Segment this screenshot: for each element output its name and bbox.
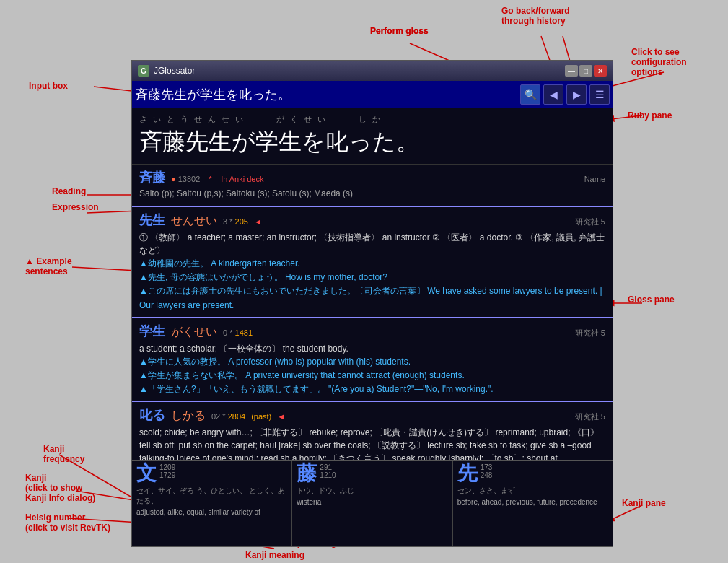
main-content: さいとうせんせい がくせい しか 斉藤先生が学生を叱った。 斉藤 ● 13802… <box>132 108 613 460</box>
freq2-shikaru: 2804 <box>228 412 245 421</box>
gloss-pane-label: Gloss pane <box>628 294 675 305</box>
dict-name-sensei: 研究社 5 <box>575 217 605 227</box>
kanji-num-bot-1: 1210 <box>320 471 336 479</box>
kanji-meaning-label: Kanji meaning <box>245 550 304 560</box>
deinflect-arrow: ◄ <box>277 412 285 421</box>
kanji-num-top-0: 1209 <box>159 463 175 471</box>
anki-star-sensei: ◄ <box>254 217 262 226</box>
kanji-char-1[interactable]: 藤 <box>297 463 317 484</box>
freq-num-sensei: 3 <box>223 217 227 226</box>
kanji-char-label: Kanji(click to showKanji Info dialog) <box>25 473 95 503</box>
kanji-shikaru[interactable]: 叱る <box>139 406 165 424</box>
freq-saitou: ● 13802 <box>171 175 200 183</box>
heisig-label: Heisig number(click to visit RevTK) <box>25 512 110 533</box>
kanji-cell-header-2: 先 173 248 <box>457 463 608 484</box>
example-gakusei-2: ▲学生が集まらない私学。 A private university that c… <box>139 369 605 383</box>
kanji-readings-0: セイ、サイ、ぞろ う、ひとしい、 としく、あたる、 <box>136 486 287 506</box>
expression-label: Expression <box>52 202 99 212</box>
title-bar: G JGlossator — □ ✕ <box>132 61 613 81</box>
example-gakusei-3: ▲「学生さん?」「いえ、もう就職してます」。 "(Are you a) Stud… <box>139 383 605 396</box>
entry-header-saitou: 斉藤 ● 13802 * = In Anki deck Name <box>139 169 605 186</box>
kanji-freq-label: Kanjifrequency <box>43 444 84 464</box>
kanji-char-0[interactable]: 文 <box>136 463 157 484</box>
dict-name-saitou: Name <box>584 175 605 183</box>
entry-header-shikaru: 叱る しかる 02 * 2804 (past) ◄ 研究社 5 <box>139 406 605 424</box>
app-icon: G <box>138 65 149 77</box>
kanji-saitou[interactable]: 斉藤 <box>139 169 165 186</box>
example-gakusei-1: ▲学生に人気の教授。 A professor (who is) popular … <box>139 355 605 369</box>
freq2-sensei: 205 <box>235 217 248 226</box>
kanji-pane: 文 1209 1729 セイ、サイ、ぞろ う、ひとしい、 としく、あたる、 ad… <box>132 460 613 546</box>
kanji-meaning-2: before, ahead, previous, future, precede… <box>457 497 608 507</box>
input-box[interactable] <box>135 87 517 102</box>
definition-shikaru: scold; chide; be angry with…; 〔非難する〕 reb… <box>139 426 605 460</box>
app-window: G JGlossator — □ ✕ 🔍 ◀ ▶ ☰ さいとうせんせい がくせい… <box>131 60 613 547</box>
kanji-numbers-0: 1209 1729 <box>159 463 175 479</box>
kanji-cell-header-1: 藤 291 1210 <box>297 463 447 484</box>
example-sent-label: ▲ Examplesentences <box>25 256 72 276</box>
kanji-gakusei[interactable]: 学生 <box>139 323 165 340</box>
deinflect-shikaru: (past) <box>251 412 271 421</box>
dict-name-shikaru: 研究社 5 <box>575 411 605 422</box>
freq-gakusei: 0 * 1481 <box>223 328 253 337</box>
entry-gakusei: 学生 がくせい 0 * 1481 研究社 5 a student; a scho… <box>132 318 613 403</box>
ruby-main-text: 斉藤先生が学生を叱った。 <box>139 126 605 158</box>
freq2-gakusei: 1481 <box>235 328 253 337</box>
kanji-numbers-2: 173 248 <box>481 463 493 479</box>
entry-shikaru: 叱る しかる 02 * 2804 (past) ◄ 研究社 5 scold; c… <box>132 402 613 460</box>
menu-button[interactable]: ☰ <box>589 84 610 105</box>
forward-button[interactable]: ▶ <box>566 84 587 105</box>
kanji-char-2[interactable]: 先 <box>457 463 478 484</box>
kanji-num-top-2: 173 <box>481 463 493 471</box>
reading-shikaru: しかる <box>171 409 206 424</box>
kanji-numbers-1: 291 1210 <box>320 463 336 479</box>
freq-num-saitou: 13802 <box>178 175 201 183</box>
title-bar-controls: — □ ✕ <box>565 65 607 77</box>
minimize-button[interactable]: — <box>565 65 578 77</box>
reading-sensei: せんせい <box>171 214 217 229</box>
kanji-cell-header-0: 文 1209 1729 <box>136 463 287 484</box>
close-button[interactable]: ✕ <box>594 65 607 77</box>
freq-shikaru: 02 * 2804 <box>211 412 245 421</box>
kanji-num-top-1: 291 <box>320 463 336 471</box>
ruby-pane-label: Ruby pane <box>628 110 672 121</box>
svg-line-13 <box>72 267 137 271</box>
kanji-meaning-1: wisteria <box>297 497 447 507</box>
config-label: Click to seeconfigurationoptions <box>631 47 687 77</box>
ruby-pane: さいとうせんせい がくせい しか 斉藤先生が学生を叱った。 <box>132 108 613 165</box>
search-button[interactable]: 🔍 <box>520 84 540 105</box>
gloss-pane[interactable]: さいとうせんせい がくせい しか 斉藤先生が学生を叱った。 斉藤 ● 13802… <box>132 108 613 460</box>
history-label: Go back/forwardthrough history <box>501 6 570 26</box>
example-sensei-3: ▲この席には弁護士の先生にもおいでいただきました。〔司会者の言葉〕 We hav… <box>139 284 605 312</box>
kanji-cell-1[interactable]: 藤 291 1210 トウ、ドウ、ふじ wisteria <box>292 461 452 546</box>
back-button[interactable]: ◀ <box>543 84 563 105</box>
definition-gakusei: a student; a scholar; 〔一校全体の〕 the studen… <box>139 342 605 355</box>
maximize-button[interactable]: □ <box>579 65 592 77</box>
alt-readings-saitou: Saito (p); Saitou (p,s); Saitoku (s); Sa… <box>139 188 605 198</box>
kanji-cell-0[interactable]: 文 1209 1729 セイ、サイ、ぞろ う、ひとしい、 としく、あたる、 ad… <box>132 461 292 546</box>
example-sensei-1: ▲幼稚園の先生。 A kindergarten teacher. <box>139 257 605 271</box>
reading-label: Reading <box>52 186 86 196</box>
input-box-label: Input box <box>29 81 68 91</box>
kanji-sensei[interactable]: 先生 <box>139 211 165 229</box>
definition-sensei: ① 〈教師〉 a teacher; a master; an instructo… <box>139 231 605 257</box>
freq-num-gakusei: 0 <box>223 328 227 337</box>
kanji-pane-label: Kanji pane <box>622 498 666 508</box>
kanji-num-bot-0: 1729 <box>159 471 175 479</box>
dict-name-gakusei: 研究社 5 <box>575 328 605 339</box>
kanji-meaning-0: adjusted, alike, equal, similar variety … <box>136 507 287 517</box>
furigana-text: さいとうせんせい がくせい しか <box>139 114 605 125</box>
entry-sensei: 先生 せんせい 3 * 205 ◄ 研究社 5 ① 〈教師〉 a teacher… <box>132 207 613 318</box>
kanji-readings-1: トウ、ドウ、ふじ <box>297 486 447 496</box>
perform-gloss-label: Perform gloss <box>370 26 429 36</box>
reading-gakusei: がくせい <box>171 325 217 340</box>
entry-saitou: 斉藤 ● 13802 * = In Anki deck Name Saito (… <box>132 165 613 207</box>
example-sensei-2: ▲先生, 母の容態はいかがでしょう。 How is my mother, doc… <box>139 271 605 284</box>
kanji-num-bot-2: 248 <box>481 471 493 479</box>
title-bar-text: JGlossator <box>154 66 565 76</box>
anki-marker-saitou: * = In Anki deck <box>209 175 263 183</box>
kanji-readings-2: セン、さき、まず <box>457 486 608 496</box>
input-bar: 🔍 ◀ ▶ ☰ <box>132 81 613 108</box>
kanji-cell-2[interactable]: 先 173 248 セン、さき、まず before, ahead, previo… <box>453 461 613 546</box>
freq-num-shikaru: 02 <box>211 412 220 421</box>
